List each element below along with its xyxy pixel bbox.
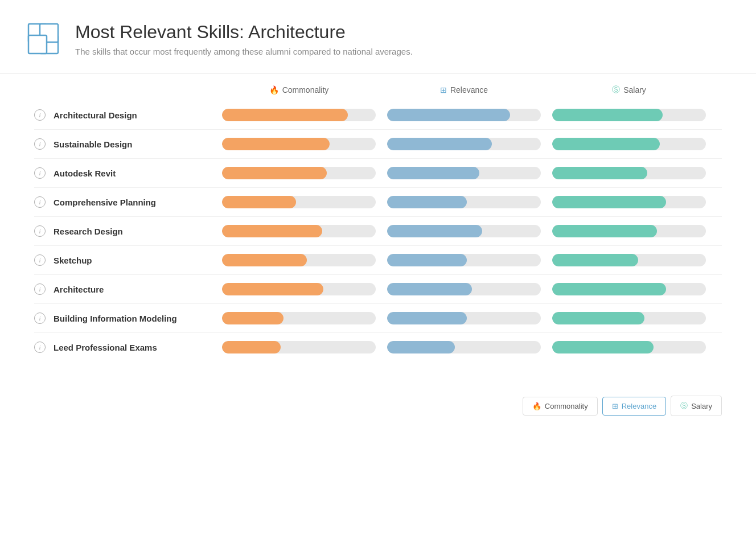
footer-legend: 🔥 Commonality ⊞ Relevance Ⓢ Salary — [0, 384, 756, 427]
relevance-bar-fill — [387, 196, 467, 208]
skill-info: i Sketchup — [34, 254, 216, 266]
skill-info: i Building Information Modeling — [34, 313, 216, 324]
relevance-bar-track — [387, 283, 541, 295]
skill-row: i Sustainable Design — [34, 130, 722, 159]
info-icon[interactable]: i — [34, 313, 46, 324]
salary-bar-fill — [552, 225, 657, 237]
salary-bar-track — [552, 225, 706, 237]
salary-bar-track — [552, 167, 706, 179]
salary-bar-track — [552, 312, 706, 324]
relevance-bar-fill — [387, 283, 472, 295]
commonality-bar-track — [222, 138, 376, 150]
skill-row: i Architecture — [34, 275, 722, 304]
relevance-bar-fill — [387, 225, 482, 237]
relevance-bar-group — [381, 341, 547, 353]
column-headers: 🔥 Commonality ⊞ Relevance Ⓢ Salary — [216, 85, 722, 95]
salary-bar-group — [547, 254, 712, 266]
relevance-bar-track — [387, 312, 541, 324]
salary-bar-track — [552, 109, 706, 121]
relevance-bar-group — [381, 254, 547, 266]
relevance-bar-group — [381, 138, 547, 150]
skill-row: i Leed Professional Exams — [34, 333, 722, 361]
skill-name: Leed Professional Exams — [54, 343, 157, 352]
info-icon[interactable]: i — [34, 225, 46, 237]
commonality-bar-fill — [222, 167, 327, 179]
bars-container — [216, 254, 722, 266]
relevance-bar-track — [387, 167, 541, 179]
bars-container — [216, 312, 722, 324]
legend-salary-label: Salary — [691, 402, 712, 410]
skill-info: i Autodesk Revit — [34, 167, 216, 179]
salary-bar-group — [547, 109, 712, 121]
commonality-bar-fill — [222, 283, 323, 295]
info-icon[interactable]: i — [34, 167, 46, 179]
skill-name: Architectural Design — [54, 110, 137, 120]
relevance-bar-group — [381, 283, 547, 295]
skill-info: i Sustainable Design — [34, 138, 216, 150]
relevance-bar-track — [387, 341, 541, 353]
col-header-commonality: 🔥 Commonality — [216, 85, 381, 94]
salary-bar-track — [552, 341, 706, 353]
info-icon[interactable]: i — [34, 196, 46, 208]
salary-bar-group — [547, 167, 712, 179]
legend-salary-icon: Ⓢ — [680, 401, 688, 411]
commonality-bar-group — [216, 312, 381, 324]
col-header-commonality-label: Commonality — [282, 85, 329, 94]
salary-bar-fill — [552, 196, 666, 208]
salary-bar-group — [547, 138, 712, 150]
salary-bar-track — [552, 196, 706, 208]
commonality-bar-fill — [222, 225, 322, 237]
info-icon[interactable]: i — [34, 254, 46, 266]
skill-row: i Comprehensive Planning — [34, 188, 722, 217]
legend-relevance-button[interactable]: ⊞ Relevance — [602, 397, 666, 416]
commonality-bar-track — [222, 196, 376, 208]
relevance-bar-group — [381, 196, 547, 208]
header-icon — [23, 18, 64, 59]
skill-info: i Architectural Design — [34, 109, 216, 121]
commonality-bar-group — [216, 254, 381, 266]
relevance-bar-track — [387, 225, 541, 237]
relevance-bar-track — [387, 138, 541, 150]
page-header: Most Relevant Skills: Architecture The s… — [0, 0, 756, 73]
commonality-bar-track — [222, 341, 376, 353]
commonality-bar-track — [222, 167, 376, 179]
salary-bar-fill — [552, 109, 663, 121]
info-icon[interactable]: i — [34, 342, 46, 353]
skill-row: i Autodesk Revit — [34, 159, 722, 188]
info-icon[interactable]: i — [34, 109, 46, 121]
salary-bar-fill — [552, 341, 654, 353]
page-container: Most Relevant Skills: Architecture The s… — [0, 0, 756, 427]
commonality-bar-track — [222, 225, 376, 237]
relevance-bar-track — [387, 109, 541, 121]
bars-container — [216, 109, 722, 121]
commonality-bar-fill — [222, 138, 330, 150]
info-icon[interactable]: i — [34, 138, 46, 150]
skill-name: Architecture — [54, 285, 104, 294]
salary-bar-track — [552, 283, 706, 295]
commonality-bar-group — [216, 283, 381, 295]
relevance-icon: ⊞ — [440, 85, 447, 94]
col-header-relevance-label: Relevance — [450, 85, 488, 94]
salary-bar-fill — [552, 283, 666, 295]
skill-name: Sketchup — [54, 256, 92, 265]
legend-relevance-label: Relevance — [622, 402, 656, 410]
bars-container — [216, 138, 722, 150]
relevance-bar-fill — [387, 312, 467, 324]
info-icon[interactable]: i — [34, 283, 46, 295]
legend-commonality-button[interactable]: 🔥 Commonality — [523, 397, 598, 416]
commonality-bar-fill — [222, 341, 281, 353]
salary-bar-fill — [552, 254, 638, 266]
skill-info: i Leed Professional Exams — [34, 342, 216, 353]
header-text: Most Relevant Skills: Architecture The s… — [75, 21, 413, 56]
legend-commonality-label: Commonality — [545, 402, 588, 410]
col-header-salary: Ⓢ Salary — [547, 85, 712, 95]
skills-list: i Architectural Design — [34, 101, 722, 361]
salary-bar-group — [547, 196, 712, 208]
commonality-bar-track — [222, 283, 376, 295]
commonality-bar-track — [222, 254, 376, 266]
skill-name: Autodesk Revit — [54, 168, 116, 178]
legend-salary-button[interactable]: Ⓢ Salary — [671, 396, 722, 416]
page-title: Most Relevant Skills: Architecture — [75, 21, 413, 43]
bars-container — [216, 225, 722, 237]
commonality-bar-fill — [222, 109, 348, 121]
